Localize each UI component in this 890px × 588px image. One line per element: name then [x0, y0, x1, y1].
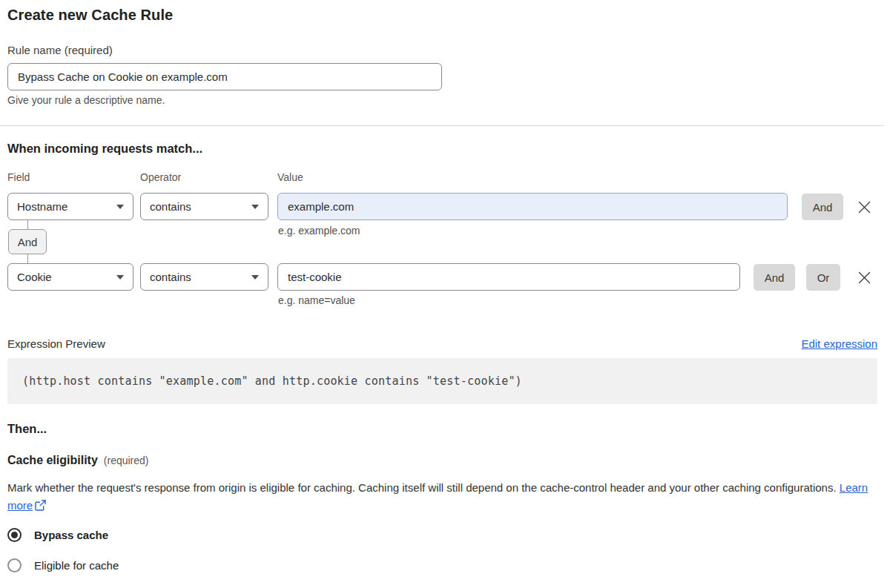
column-label-operator: Operator	[140, 171, 181, 183]
remove-condition-row1-button[interactable]	[856, 199, 872, 215]
cache-eligibility-heading: Cache eligibility	[7, 454, 98, 466]
operator-select-row1[interactable]: contains	[140, 193, 268, 220]
operator-select-row1-value: contains	[150, 200, 191, 213]
radio-button-selected[interactable]	[7, 528, 22, 542]
and-button-row1[interactable]: And	[802, 194, 843, 220]
connector-line-top	[27, 220, 28, 229]
external-link-icon	[35, 500, 46, 511]
expression-preview-code-block: (http.host contains "example.com" and ht…	[7, 358, 877, 404]
page-title: Create new Cache Rule	[7, 7, 173, 24]
value-hint-row2: e.g. name=value	[278, 294, 355, 306]
create-cache-rule-page: Create new Cache Rule Rule name (require…	[0, 0, 890, 588]
remove-condition-row2-button[interactable]	[856, 269, 872, 285]
chevron-down-icon	[251, 275, 259, 280]
rule-name-helper: Give your rule a descriptive name.	[7, 94, 165, 106]
operator-select-row2[interactable]: contains	[140, 263, 268, 291]
chevron-down-icon	[116, 205, 124, 209]
value-input-row2[interactable]	[277, 263, 740, 291]
cache-eligibility-description: Mark whether the request's response from…	[7, 479, 871, 515]
radio-label-bypass-cache: Bypass cache	[34, 529, 108, 541]
radio-option-eligible-for-cache[interactable]: Eligible for cache	[7, 558, 119, 572]
chevron-down-icon	[116, 275, 124, 280]
edit-expression-link[interactable]: Edit expression	[801, 337, 877, 350]
chevron-down-icon	[251, 205, 259, 209]
operator-select-row2-value: contains	[150, 271, 191, 283]
close-icon	[857, 200, 871, 214]
connector-line-bottom	[27, 254, 28, 263]
radio-label-eligible-for-cache: Eligible for cache	[34, 559, 119, 572]
expression-code: (http.host contains "example.com" and ht…	[22, 374, 522, 388]
connector-and-button[interactable]: And	[8, 229, 47, 254]
field-select-row2-value: Cookie	[17, 271, 52, 283]
value-hint-row1: e.g. example.com	[278, 225, 360, 237]
field-select-row1-value: Hostname	[17, 200, 67, 213]
column-label-field: Field	[7, 171, 30, 183]
match-section-heading: When incoming requests match...	[7, 142, 202, 156]
or-button-row2[interactable]: Or	[806, 264, 840, 291]
rule-name-label: Rule name (required)	[7, 44, 113, 56]
cache-eligibility-heading-row: Cache eligibility(required)	[7, 454, 149, 467]
radio-option-bypass-cache[interactable]: Bypass cache	[7, 528, 108, 542]
field-select-row1[interactable]: Hostname	[7, 193, 134, 220]
value-input-row1[interactable]	[277, 193, 788, 220]
column-label-value: Value	[277, 171, 303, 183]
description-text: Mark whether the request's response from…	[7, 481, 837, 494]
close-icon	[857, 271, 871, 285]
expression-preview-label: Expression Preview	[7, 337, 105, 350]
section-divider	[0, 125, 884, 126]
required-note: (required)	[104, 455, 149, 466]
field-select-row2[interactable]: Cookie	[7, 263, 134, 291]
and-button-row2[interactable]: And	[754, 264, 795, 291]
radio-button-unselected[interactable]	[7, 558, 22, 572]
then-heading: Then...	[7, 422, 47, 436]
rule-name-input[interactable]	[7, 63, 442, 90]
